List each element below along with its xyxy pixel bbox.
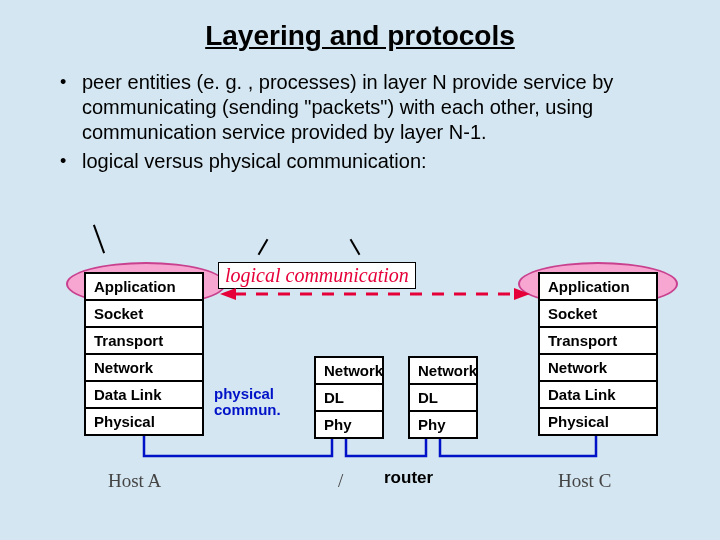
callout-tick: [258, 239, 269, 256]
layer-socket: Socket: [86, 301, 202, 328]
host-c-stack: Application Socket Transport Network Dat…: [538, 272, 658, 436]
bullet-item: peer entities (e. g. , processes) in lay…: [56, 70, 664, 145]
callout-tick: [93, 225, 105, 254]
layer-transport: Transport: [86, 328, 202, 355]
svg-marker-1: [220, 288, 236, 300]
layer-network: Network: [86, 355, 202, 382]
layer-physical: Physical: [540, 409, 656, 434]
layer-application: Application: [86, 274, 202, 301]
layer-datalink: Data Link: [86, 382, 202, 409]
layer-dl: DL: [316, 385, 382, 412]
host-c-label: Host C: [558, 470, 611, 492]
bullet-list: peer entities (e. g. , processes) in lay…: [56, 70, 664, 174]
callout-tick: [350, 239, 361, 256]
layer-network: Network: [316, 358, 382, 385]
layer-physical: Physical: [86, 409, 202, 434]
router-stack-2: Network DL Phy: [408, 356, 478, 439]
host-a-stack: Application Socket Transport Network Dat…: [84, 272, 204, 436]
layer-transport: Transport: [540, 328, 656, 355]
layer-network: Network: [540, 355, 656, 382]
logical-communication-label: logical communication: [218, 262, 416, 289]
svg-marker-2: [514, 288, 530, 300]
layer-phy: Phy: [410, 412, 476, 437]
physical-communication-label: physical commun.: [214, 386, 281, 418]
host-m-label: /: [338, 470, 343, 492]
layer-datalink: Data Link: [540, 382, 656, 409]
host-a-label: Host A: [108, 470, 161, 492]
layering-diagram: logical communication Application Socket…: [84, 238, 654, 510]
layer-socket: Socket: [540, 301, 656, 328]
logical-arrow-icon: [220, 286, 530, 302]
layer-dl: DL: [410, 385, 476, 412]
router-stack-1: Network DL Phy: [314, 356, 384, 439]
router-label: router: [384, 468, 433, 488]
bullet-item: logical versus physical communication:: [56, 149, 664, 174]
layer-network: Network: [410, 358, 476, 385]
layer-phy: Phy: [316, 412, 382, 437]
page-title: Layering and protocols: [0, 0, 720, 52]
layer-application: Application: [540, 274, 656, 301]
